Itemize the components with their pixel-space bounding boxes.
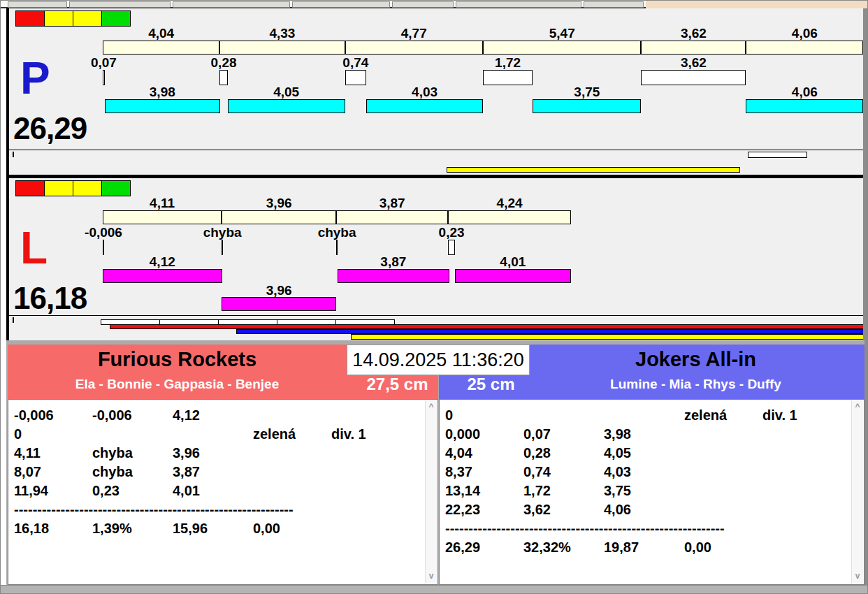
bottom-status-strip xyxy=(1,585,868,594)
strip-tick xyxy=(13,152,14,157)
table-cell xyxy=(247,444,326,463)
table-cell: div. 1 xyxy=(326,425,417,444)
table-cell xyxy=(247,406,326,425)
table-cell xyxy=(518,406,598,425)
team-name-left: Furious Rockets xyxy=(8,349,347,370)
bar-label: 0,28 xyxy=(182,56,266,69)
bar-label: 4,05 xyxy=(245,85,328,99)
segment-bar xyxy=(103,41,219,55)
strip-progress-bar xyxy=(110,324,865,329)
gap-tick xyxy=(222,240,223,255)
gap-tick xyxy=(103,70,105,85)
bar-label: 3,62 xyxy=(651,27,735,40)
run-bar xyxy=(103,269,222,283)
table-cell: 4,05 xyxy=(598,444,679,463)
results-footer: Furious Rockets Ela - Bonnie - Gappasia … xyxy=(6,340,865,585)
results-table-left[interactable]: -0,006-0,0064,120zelenádiv. 14,11chyba3,… xyxy=(8,399,438,585)
jump-height-left: 27,5 cm xyxy=(361,376,434,393)
table-cell xyxy=(679,444,757,463)
bar-label: 4,24 xyxy=(468,196,551,210)
run-bar xyxy=(366,99,483,113)
table-cell xyxy=(326,519,417,538)
table-cell xyxy=(757,425,848,444)
table-cell: 0,00 xyxy=(679,538,757,557)
bar-label: 0,23 xyxy=(410,226,493,239)
table-cell: 32,32% xyxy=(518,538,598,557)
table-cell xyxy=(326,463,417,481)
table-row: 16,181,39%15,960,00 xyxy=(8,519,424,538)
table-cell: 4,11 xyxy=(8,444,87,463)
table-cell xyxy=(757,481,848,500)
segment-bar xyxy=(483,41,641,55)
table-cell xyxy=(757,463,848,481)
scroll-up-icon[interactable]: ^ xyxy=(852,402,863,413)
bar-label: 4,04 xyxy=(120,27,203,40)
app-window: P 26,29 4,044,334,775,473,624,060,070,28… xyxy=(0,0,868,594)
bar-label: -0,006 xyxy=(62,226,145,239)
gap-bar xyxy=(345,70,367,85)
table-cell xyxy=(679,481,757,500)
toolbar-segment xyxy=(584,1,644,8)
timestamp: 14.09.2025 11:36:20 xyxy=(347,345,530,375)
gap-bar xyxy=(641,70,746,85)
toolbar-segment xyxy=(173,1,290,8)
scrollbar-left[interactable]: ^ v xyxy=(425,400,437,584)
table-cell: chyba xyxy=(87,444,167,463)
jump-height-right: 25 cm xyxy=(454,376,528,393)
toolbar-segment xyxy=(8,1,67,8)
bar-label: chyba xyxy=(295,226,379,239)
segment-bar xyxy=(219,41,345,55)
table-cell: zelená xyxy=(247,425,326,444)
toolbar-fragment xyxy=(1,1,868,8)
table-cell: -0,006 xyxy=(8,406,87,425)
table-cell: 3,98 xyxy=(598,425,679,444)
bar-label: 3,75 xyxy=(545,85,629,99)
bar-label: 4,06 xyxy=(762,27,846,40)
scroll-down-icon[interactable]: v xyxy=(426,571,437,582)
table-cell: 0,28 xyxy=(518,444,598,463)
table-row: 4,040,284,05 xyxy=(440,444,851,463)
strip-progress-bar xyxy=(748,152,807,158)
scroll-up-icon[interactable]: ^ xyxy=(426,402,437,413)
table-row: ----------------------------------------… xyxy=(440,519,851,538)
lane-l-substrip xyxy=(9,315,865,340)
table-cell: 4,12 xyxy=(167,406,247,425)
scrollbar-right[interactable]: ^ v xyxy=(851,400,863,584)
gap-tick xyxy=(103,240,104,255)
table-row: 22,233,624,06 xyxy=(440,500,851,519)
bar-label: 4,06 xyxy=(762,85,846,99)
table-cell: 11,94 xyxy=(8,481,87,500)
table-cell: 3,96 xyxy=(167,444,247,463)
run-bar xyxy=(228,99,345,113)
lane-l-panel: L 16,18 4,113,963,874,24-0,006chybachyba… xyxy=(6,178,865,340)
table-row: 4,11chyba3,96 xyxy=(8,444,424,463)
table-cell xyxy=(247,463,326,481)
team-panel-right: Jokers All-in Lumine - Mia - Rhys - Duff… xyxy=(439,345,865,585)
table-row: 0zelenádiv. 1 xyxy=(8,425,424,444)
table-cell: 8,37 xyxy=(440,463,518,481)
table-row: 13,141,723,75 xyxy=(440,481,851,500)
table-cell xyxy=(679,463,757,481)
table-cell xyxy=(326,444,417,463)
table-row: 8,370,744,03 xyxy=(440,463,851,481)
table-cell: 1,39% xyxy=(87,519,167,538)
results-table-right[interactable]: 0zelenádiv. 10,0000,073,984,040,284,058,… xyxy=(439,399,865,585)
bar-label: 3,87 xyxy=(350,196,434,210)
table-row: 26,2932,32%19,870,00 xyxy=(440,538,851,557)
team-dogs-right: Lumine - Mia - Rhys - Duffy xyxy=(530,377,862,391)
table-cell xyxy=(598,406,679,425)
table-row: ----------------------------------------… xyxy=(8,500,424,519)
table-cell xyxy=(326,406,417,425)
table-cell: 16,18 xyxy=(8,519,87,538)
table-cell: 4,01 xyxy=(167,481,247,500)
table-cell xyxy=(679,425,757,444)
bar-label: 0,74 xyxy=(314,56,398,69)
results-rows-right: 0zelenádiv. 10,0000,073,984,040,284,058,… xyxy=(440,406,851,557)
run-bar xyxy=(533,99,641,113)
run-bar xyxy=(338,269,449,283)
table-cell: 22,23 xyxy=(440,500,518,519)
table-cell: 4,04 xyxy=(440,444,518,463)
bar-label: chyba xyxy=(180,226,264,239)
table-cell: -0,006 xyxy=(87,406,167,425)
scroll-down-icon[interactable]: v xyxy=(852,571,863,582)
